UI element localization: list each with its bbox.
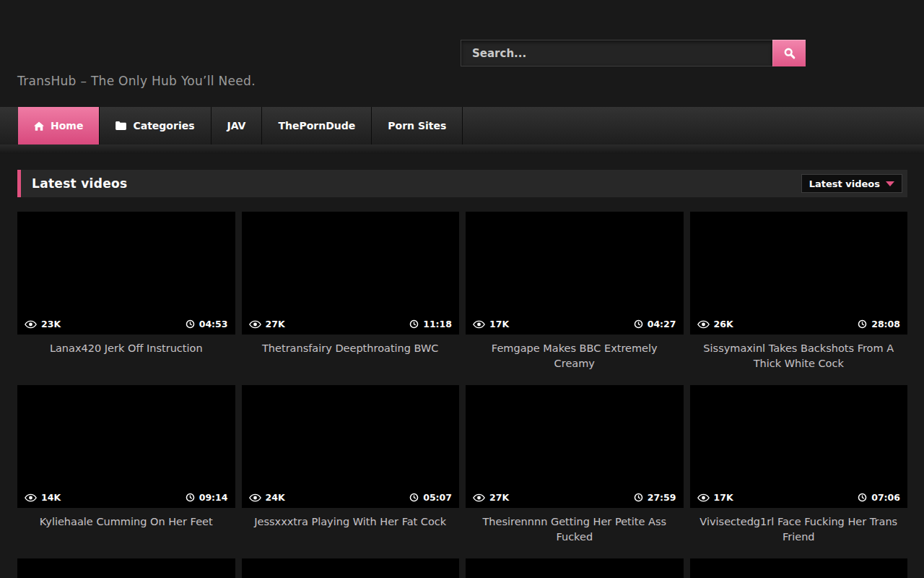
video-thumbnail[interactable]: 17K 07:06	[690, 385, 908, 508]
video-title[interactable]: Jessxxxtra Playing With Her Fat Cock	[248, 514, 454, 530]
nav-item-label: Porn Sites	[388, 120, 446, 131]
view-count-value: 24K	[266, 492, 285, 503]
video-card[interactable]: 24K 05:07 Jessxxxtra Playing With Her Fa…	[242, 385, 460, 558]
video-card[interactable]	[17, 558, 235, 578]
video-thumbnail[interactable]	[242, 558, 460, 578]
video-card[interactable]	[466, 558, 684, 578]
caret-down-icon	[886, 181, 894, 186]
section-title: Latest videos	[32, 176, 127, 191]
video-duration-value: 04:27	[648, 319, 676, 329]
view-count-value: 17K	[489, 319, 509, 329]
nav-item-label: Categories	[133, 120, 194, 131]
video-duration-value: 05:07	[423, 492, 452, 503]
video-thumbnail[interactable]: 27K 27:59	[466, 385, 684, 508]
video-thumbnail[interactable]: 14K 09:14	[17, 385, 235, 508]
folder-icon	[116, 121, 126, 130]
video-stats: 17K 07:06	[690, 492, 908, 508]
view-count-value: 17K	[714, 492, 733, 503]
video-title[interactable]: Vivisectedg1rl Face Fucking Her Trans Fr…	[696, 514, 902, 545]
view-count: 14K	[25, 492, 61, 503]
video-thumbnail[interactable]: 24K 05:07	[242, 385, 460, 508]
video-duration-value: 28:08	[871, 319, 900, 329]
video-thumbnail[interactable]: 26K 28:08	[690, 212, 908, 335]
sort-dropdown-label: Latest videos	[809, 178, 880, 189]
video-card[interactable]	[242, 558, 460, 578]
video-card[interactable]: 23K 04:53 Lanax420 Jerk Off Instruction	[17, 212, 235, 385]
nav-item-home[interactable]: Home	[18, 107, 100, 144]
nav-item-label: JAV	[227, 120, 246, 131]
clock-icon	[634, 493, 643, 502]
search-button[interactable]	[772, 40, 806, 66]
search-input[interactable]	[461, 40, 772, 66]
nav-item-label: ThePornDude	[278, 120, 355, 131]
video-stats: 24K 05:07	[242, 492, 460, 508]
clock-icon	[634, 319, 643, 329]
video-thumbnail[interactable]	[690, 558, 908, 578]
main-content: Latest videos Latest videos 23K	[17, 170, 907, 578]
video-card[interactable]	[690, 558, 908, 578]
sort-dropdown[interactable]: Latest videos	[801, 174, 902, 193]
view-count-value: 23K	[41, 319, 61, 329]
view-count-value: 14K	[41, 492, 61, 503]
view-count: 23K	[25, 319, 61, 329]
video-card[interactable]: 26K 28:08 Sissymaxinl Takes Backshots Fr…	[690, 212, 908, 385]
view-count-value: 27K	[266, 319, 285, 329]
video-thumbnail[interactable]: 17K 04:27	[466, 212, 684, 335]
view-count-value: 27K	[489, 492, 509, 503]
video-thumbnail[interactable]	[466, 558, 684, 578]
eye-icon	[473, 493, 485, 502]
video-card[interactable]: 14K 09:14 Kyliehaale Cumming On Her Feet	[17, 385, 235, 558]
video-title[interactable]: Thetransfairy Deepthroating BWC	[248, 341, 454, 356]
video-duration: 05:07	[409, 492, 452, 503]
clock-icon	[186, 319, 195, 329]
clock-icon	[186, 493, 195, 502]
section-header: Latest videos Latest videos	[17, 170, 907, 197]
video-card[interactable]: 27K 27:59 Thesirennnn Getting Her Petite…	[466, 385, 684, 558]
video-duration-value: 11:18	[423, 319, 452, 329]
search-form	[461, 40, 806, 66]
view-count-value: 26K	[714, 319, 733, 329]
eye-icon	[473, 320, 485, 329]
video-stats: 17K 04:27	[466, 319, 684, 335]
main-nav: Home Categories JAV ThePornDude Porn Sit…	[0, 107, 924, 144]
video-stats: 26K 28:08	[690, 319, 908, 335]
home-icon	[34, 121, 44, 131]
nav-item-categories[interactable]: Categories	[100, 107, 211, 144]
video-thumbnail[interactable]: 27K 11:18	[242, 212, 460, 335]
header: TransHub – The Only Hub You’ll Need.	[0, 0, 924, 107]
video-duration: 07:06	[858, 492, 900, 503]
video-title[interactable]: Thesirennnn Getting Her Petite Ass Fucke…	[471, 514, 678, 545]
video-card[interactable]: 27K 11:18 Thetransfairy Deepthroating BW…	[242, 212, 460, 385]
eye-icon	[25, 493, 37, 502]
video-duration: 04:53	[186, 319, 228, 329]
eye-icon	[697, 320, 710, 329]
video-stats: 27K 27:59	[466, 492, 684, 508]
eye-icon	[249, 493, 261, 502]
video-card[interactable]: 17K 07:06 Vivisectedg1rl Face Fucking He…	[690, 385, 908, 558]
nav-shadow	[0, 144, 924, 154]
nav-item-porn-sites[interactable]: Porn Sites	[372, 107, 463, 144]
page: TransHub – The Only Hub You’ll Need. Hom…	[0, 0, 924, 578]
video-thumbnail[interactable]	[17, 558, 235, 578]
video-duration-value: 27:59	[648, 492, 676, 503]
nav-item-jav[interactable]: JAV	[212, 107, 263, 144]
video-stats: 23K 04:53	[17, 319, 235, 335]
video-duration-value: 07:06	[871, 492, 900, 503]
clock-icon	[858, 319, 867, 329]
clock-icon	[409, 493, 419, 502]
video-title[interactable]: Femgape Makes BBC Extremely Creamy	[471, 341, 678, 371]
view-count: 27K	[473, 492, 509, 503]
video-title[interactable]: Kyliehaale Cumming On Her Feet	[23, 514, 230, 530]
eye-icon	[25, 320, 37, 329]
video-thumbnail[interactable]: 23K 04:53	[17, 212, 235, 335]
video-duration-value: 04:53	[199, 319, 228, 329]
video-stats: 27K 11:18	[242, 319, 460, 335]
nav-item-theporndude[interactable]: ThePornDude	[262, 107, 372, 144]
video-title[interactable]: Sissymaxinl Takes Backshots From A Thick…	[696, 341, 902, 371]
video-title[interactable]: Lanax420 Jerk Off Instruction	[23, 341, 230, 356]
magnifier-icon	[783, 47, 796, 59]
eye-icon	[697, 493, 710, 502]
videos-grid: 23K 04:53 Lanax420 Jerk Off Instruction	[17, 212, 907, 578]
view-count: 24K	[249, 492, 285, 503]
video-card[interactable]: 17K 04:27 Femgape Makes BBC Extremely Cr…	[466, 212, 684, 385]
